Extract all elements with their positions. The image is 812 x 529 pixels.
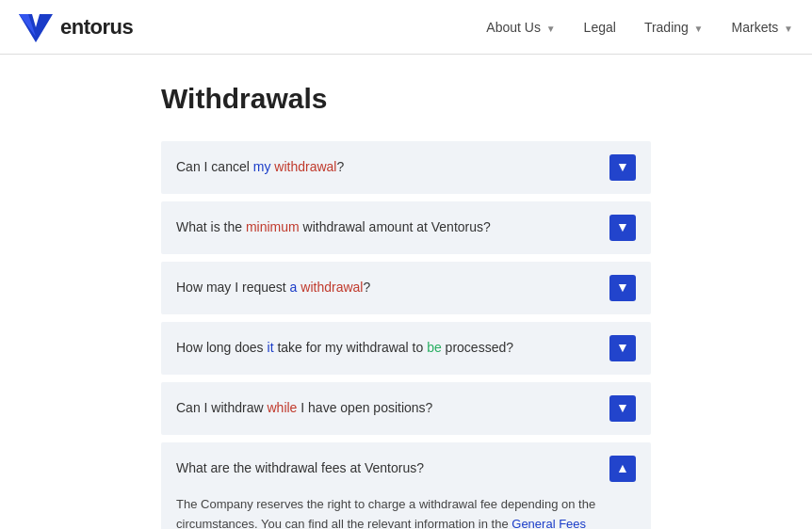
navbar: entorus About Us ▼ Legal Trading ▼ Marke… [0, 0, 812, 55]
faq-toggle[interactable]: ▲ [609, 456, 636, 482]
faq-question[interactable]: Can I cancel my withdrawal? ▼ [161, 141, 651, 194]
faq-toggle[interactable]: ▼ [609, 275, 636, 301]
faq-item: Can I cancel my withdrawal? ▼ [161, 141, 651, 194]
trading-caret: ▼ [691, 24, 704, 34]
faq-answer: The Company reserves the right to charge… [161, 495, 651, 529]
faq-item: Can I withdraw while I have open positio… [161, 382, 651, 435]
faq-toggle[interactable]: ▼ [609, 215, 636, 241]
faq-question-text: How long does it take for my withdrawal … [176, 339, 609, 358]
answer-link[interactable]: General Fees [512, 517, 586, 529]
page-title: Withdrawals [161, 83, 651, 115]
faq-list: Can I cancel my withdrawal? ▼ What is th… [161, 141, 651, 529]
nav-item-legal[interactable]: Legal [584, 20, 616, 35]
faq-toggle[interactable]: ▼ [609, 395, 636, 422]
logo[interactable]: entorus [19, 10, 133, 44]
main-content: Withdrawals Can I cancel my withdrawal? … [142, 55, 670, 529]
nav-item-about-us[interactable]: About Us ▼ [486, 20, 555, 35]
faq-question-text: Can I withdraw while I have open positio… [176, 399, 609, 418]
faq-question[interactable]: How may I request a withdrawal? ▼ [161, 262, 651, 314]
faq-question-text: What are the withdrawal fees at Ventorus… [176, 459, 609, 478]
logo-text: entorus [60, 15, 133, 40]
faq-toggle[interactable]: ▼ [609, 335, 636, 361]
faq-item: What is the minimum withdrawal amount at… [161, 201, 651, 254]
nav-item-trading[interactable]: Trading ▼ [644, 20, 704, 35]
faq-question[interactable]: Can I withdraw while I have open positio… [161, 382, 651, 435]
logo-icon [19, 10, 53, 44]
about-us-caret: ▼ [544, 24, 556, 34]
faq-item: How may I request a withdrawal? ▼ [161, 262, 651, 314]
faq-question[interactable]: How long does it take for my withdrawal … [161, 322, 651, 375]
faq-question[interactable]: What are the withdrawal fees at Ventorus… [161, 442, 651, 495]
nav-links: About Us ▼ Legal Trading ▼ Markets ▼ [486, 20, 793, 35]
faq-item: How long does it take for my withdrawal … [161, 322, 651, 375]
faq-question[interactable]: What is the minimum withdrawal amount at… [161, 201, 651, 254]
nav-item-markets[interactable]: Markets ▼ [732, 20, 793, 35]
faq-question-text: Can I cancel my withdrawal? [176, 158, 609, 177]
faq-toggle[interactable]: ▼ [609, 154, 636, 181]
faq-question-text: What is the minimum withdrawal amount at… [176, 218, 609, 237]
markets-caret: ▼ [781, 24, 793, 34]
faq-item: What are the withdrawal fees at Ventorus… [161, 442, 651, 529]
faq-question-text: How may I request a withdrawal? [176, 279, 609, 297]
